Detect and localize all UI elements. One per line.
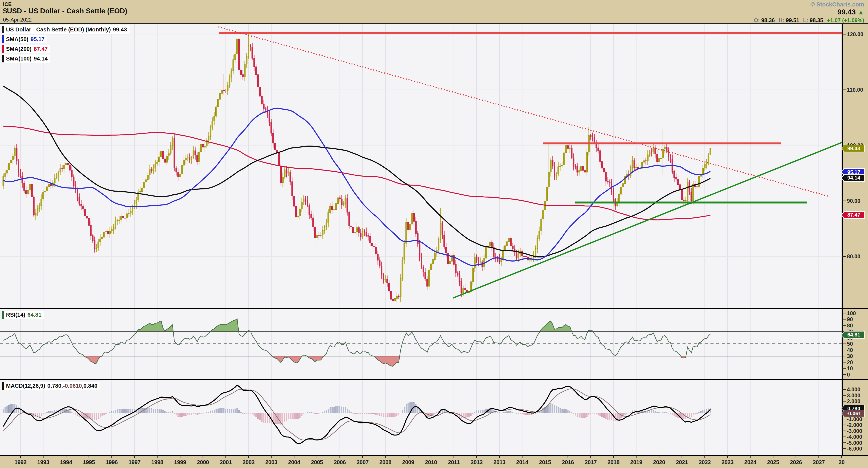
x-axis-year-label: 2007 (356, 459, 369, 466)
x-axis-year-label: 1996 (106, 459, 118, 466)
axis-tick-label: 80 (847, 322, 853, 328)
legend-item: US Dollar - Cash Settle (EOD) (Monthly)9… (2, 25, 129, 34)
ohlc-readout: O: 98.36H: 99.51L: 98.35+1.07 (+1.09%) (754, 17, 864, 24)
x-axis-year-label: 2013 (493, 459, 505, 466)
legend-swatch (2, 55, 4, 62)
legend-value-part: 0.780 (47, 383, 61, 389)
page-title: $USD - US Dollar - Cash Settle (EOD) (3, 7, 127, 15)
axis-tick-label: -6.000 (847, 446, 862, 452)
x-axis-year-label: 2008 (379, 459, 392, 466)
axis-tick-label: -4.000 (847, 434, 862, 440)
x-axis-year-label: 2001 (220, 459, 232, 466)
axis-badge-value: 87.47 (841, 212, 864, 218)
legend-swatch (2, 35, 4, 43)
axis-tick-label: 80.00 (847, 253, 861, 260)
axis-badge-value: -0.061 (841, 410, 864, 417)
x-axis-year-label: 2016 (562, 459, 574, 466)
legend-value-part: , (61, 383, 63, 389)
x-axis-year-label: 2019 (630, 459, 642, 466)
x-axis-year-label: 2002 (243, 459, 254, 466)
legend-label: RSI(14) (6, 312, 25, 318)
last-price-value: 99.43 (837, 8, 856, 16)
x-axis-year-label: 2022 (699, 459, 711, 466)
legend-value: 94.14 (34, 55, 48, 62)
axis-badge-87.47: 87.47 (841, 211, 865, 219)
x-axis-year-label: 2006 (334, 459, 346, 466)
legend-value-part: -0.0610 (63, 383, 82, 389)
x-axis-year-label: 2026 (790, 459, 802, 466)
chart-page: ICE $USD - US Dollar - Cash Settle (EOD)… (0, 0, 868, 468)
legend-swatch (2, 311, 4, 319)
x-axis-year-label: 1999 (174, 459, 186, 466)
x-axis-year-label: 1997 (128, 459, 141, 466)
legend-label: SMA(200) (6, 46, 31, 52)
x-axis-year-label: 2018 (608, 459, 619, 466)
axis-tick-label: 110.00 (847, 87, 863, 93)
axis-tick-label: -5.000 (847, 440, 862, 446)
legend-item: SMA(50)95.17 (2, 35, 47, 43)
axis-tick-label: 4.000 (847, 386, 861, 393)
legend-item: MACD(12,26,9)0.780 , -0.0610 , 0.840 (2, 382, 100, 390)
x-axis-year-label: 2005 (311, 459, 323, 466)
axis-tick-label: 3.000 (847, 392, 861, 399)
axis-badge-64.81: 64.81 (841, 331, 865, 339)
legend-label: US Dollar - Cash Settle (EOD) (Monthly) (6, 26, 111, 33)
axis-tick-label: 20 (847, 359, 853, 365)
legend-swatch (2, 45, 4, 53)
axis-badge-value: 64.81 (841, 331, 864, 338)
x-axis-year-label: 1993 (37, 459, 49, 466)
legend-value: 64.81 (28, 312, 41, 318)
legend-value: 95.17 (31, 36, 44, 42)
axis-tick-label: 40 (847, 347, 853, 353)
x-axis-year-label: 2021 (676, 459, 688, 466)
axis-badge-94.14: 94.14 (841, 174, 865, 182)
x-axis-year-label: 2024 (744, 459, 756, 466)
legend-label: SMA(50) (6, 36, 28, 42)
legend-item: RSI(14)64.81 (2, 311, 44, 319)
x-axis-year-label: 2015 (539, 459, 551, 466)
up-triangle-icon: ▲ (858, 9, 864, 16)
axis-badge-value: 94.14 (841, 175, 864, 181)
x-axis-year-label: 2010 (425, 459, 437, 466)
x-axis-year-label: 2011 (448, 459, 460, 466)
x-axis-year-label: 2017 (585, 459, 597, 466)
legend-value-part: 0.840 (84, 383, 97, 389)
x-axis-year-label: 2004 (288, 459, 300, 466)
x-axis-year-label: 2025 (767, 459, 779, 466)
rsi-legend: RSI(14)64.81 (2, 311, 44, 319)
legend-value-part: , (82, 383, 84, 389)
axis-tick-label: 50 (847, 341, 853, 347)
axis-tick-label: -3.000 (847, 428, 862, 434)
x-axis-year-label: 20 (839, 459, 844, 466)
x-axis-year-label: 2020 (653, 459, 665, 466)
x-axis-year-label: 2012 (471, 459, 483, 466)
macd-legend: MACD(12,26,9)0.780 , -0.0610 , 0.840 (2, 382, 100, 390)
axis-tick-label: 100 (847, 310, 856, 316)
x-axis-year-label: 1995 (83, 459, 95, 466)
legend-label: SMA(100) (6, 55, 31, 62)
axis-badge--0.061: -0.061 (841, 410, 865, 417)
legend-label: MACD(12,26,9) (6, 383, 45, 389)
chart-date: 05-Apr-2022 (3, 17, 32, 23)
ohlc-value: 98.35 (810, 17, 823, 23)
axis-tick-label: 2.000 (847, 398, 861, 405)
axis-tick-label: 30 (847, 353, 853, 359)
x-axis-year-label: 2023 (721, 459, 734, 466)
ohlc-value: 98.36 (761, 17, 775, 23)
x-axis-year-label: 2009 (402, 459, 414, 466)
x-axis-year-label: 2014 (516, 459, 528, 466)
stockcharts-copyright-link[interactable]: © StockCharts.com (811, 1, 864, 8)
axis-tick-label: -2.000 (847, 422, 862, 428)
legend-swatch (2, 382, 4, 390)
x-axis-year-label: 2027 (813, 459, 825, 466)
axis-tick-label: 120.00 (847, 31, 863, 37)
x-axis-year-label: 1998 (151, 459, 163, 466)
axis-tick-label: 90 (847, 316, 853, 322)
ohlc-label: L: (803, 17, 810, 23)
chart-plot-svg (0, 0, 868, 468)
ohlc-label: H: (779, 17, 786, 23)
legend-swatch (2, 26, 4, 33)
price-change: +1.07 (+1.09%) (827, 17, 864, 23)
x-axis-year-label: 2003 (265, 459, 277, 466)
axis-tick-label: 0 (847, 371, 850, 378)
